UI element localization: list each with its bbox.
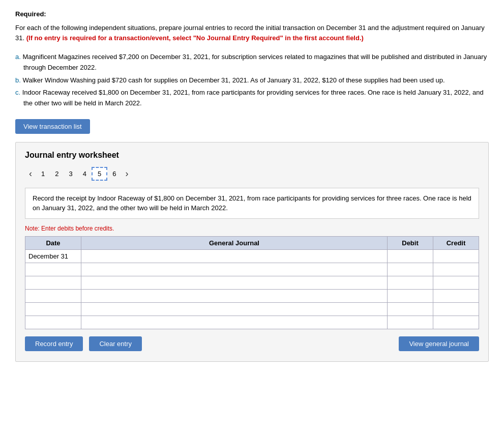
row5-debit-input[interactable]	[388, 303, 433, 316]
view-transaction-button[interactable]: View transaction list	[15, 119, 90, 134]
scenario-list: a. Magnificent Magazines received $7,200…	[15, 52, 489, 109]
prev-page-button[interactable]: ‹	[25, 168, 36, 179]
button-row: Record entry Clear entry View general jo…	[25, 336, 479, 351]
journal-table: Date General Journal Debit Credit Decemb…	[25, 236, 479, 329]
row1-debit-cell[interactable]	[388, 249, 433, 263]
header-general-journal: General Journal	[81, 236, 388, 249]
row6-date	[25, 316, 81, 329]
table-row	[25, 316, 479, 329]
page-5-button[interactable]: 5	[92, 167, 107, 181]
note-text: Note: Enter debits before credits.	[25, 225, 479, 232]
row2-debit-cell[interactable]	[388, 263, 433, 276]
row2-credit-cell[interactable]	[433, 263, 479, 276]
header-date: Date	[25, 236, 81, 249]
scenario-c: c. Indoor Raceway received $1,800 on Dec…	[15, 88, 489, 109]
page-3-button[interactable]: 3	[64, 168, 77, 180]
table-row: December 31	[25, 249, 479, 263]
row6-journal-input[interactable]	[81, 316, 387, 329]
instructions-text: For each of the following independent si…	[15, 23, 489, 43]
scenario-a: a. Magnificent Magazines received $7,200…	[15, 52, 489, 73]
table-row	[25, 263, 479, 276]
instructions-bold: (If no entry is required for a transacti…	[26, 34, 364, 42]
row6-debit-input[interactable]	[388, 316, 433, 329]
page-1-button[interactable]: 1	[36, 168, 50, 180]
row3-journal-cell[interactable]	[81, 276, 388, 289]
row3-debit-input[interactable]	[388, 276, 433, 289]
row4-journal-cell[interactable]	[81, 289, 388, 302]
row3-journal-input[interactable]	[81, 276, 387, 289]
header-debit: Debit	[388, 236, 433, 249]
row1-journal-cell[interactable]	[81, 249, 388, 263]
row4-credit-cell[interactable]	[433, 289, 479, 302]
table-row	[25, 276, 479, 289]
row4-debit-input[interactable]	[388, 290, 433, 302]
row6-credit-cell[interactable]	[433, 316, 479, 329]
row2-debit-input[interactable]	[388, 263, 433, 276]
row2-journal-cell[interactable]	[81, 263, 388, 276]
row3-date	[25, 276, 81, 289]
row2-date	[25, 263, 81, 276]
header-credit: Credit	[433, 236, 479, 249]
row6-debit-cell[interactable]	[388, 316, 433, 329]
table-row	[25, 289, 479, 302]
row2-credit-input[interactable]	[433, 263, 479, 276]
row4-credit-input[interactable]	[433, 290, 479, 302]
row2-journal-input[interactable]	[81, 263, 387, 276]
row1-credit-cell[interactable]	[433, 249, 479, 263]
row3-credit-cell[interactable]	[433, 276, 479, 289]
row4-date	[25, 289, 81, 302]
record-entry-button[interactable]: Record entry	[25, 336, 83, 351]
worksheet-title: Journal entry worksheet	[25, 151, 479, 160]
row3-credit-input[interactable]	[433, 276, 479, 289]
page-2-button[interactable]: 2	[50, 168, 64, 180]
row1-date: December 31	[25, 249, 81, 263]
row5-debit-cell[interactable]	[388, 302, 433, 316]
row4-journal-input[interactable]	[81, 290, 387, 302]
worksheet-container: Journal entry worksheet ‹ 1 2 3 4 5 6 › …	[15, 142, 489, 362]
row1-credit-input[interactable]	[433, 250, 479, 263]
clear-entry-button[interactable]: Clear entry	[89, 336, 142, 351]
row5-date	[25, 302, 81, 316]
required-label: Required:	[15, 10, 489, 18]
row5-credit-cell[interactable]	[433, 302, 479, 316]
next-page-button[interactable]: ›	[121, 168, 132, 179]
entry-description: Record the receipt by Indoor Raceway of …	[25, 188, 479, 219]
row6-journal-cell[interactable]	[81, 316, 388, 329]
row3-debit-cell[interactable]	[388, 276, 433, 289]
pagination: ‹ 1 2 3 4 5 6 ›	[25, 167, 479, 181]
table-row	[25, 302, 479, 316]
page-4-button[interactable]: 4	[78, 168, 92, 180]
row6-credit-input[interactable]	[433, 316, 479, 329]
row1-journal-input[interactable]	[81, 250, 387, 263]
page-6-button[interactable]: 6	[107, 168, 121, 180]
row1-debit-input[interactable]	[388, 250, 433, 263]
scenario-b: b. Walker Window Washing paid $720 cash …	[15, 75, 489, 86]
row5-journal-input[interactable]	[81, 303, 387, 316]
row4-debit-cell[interactable]	[388, 289, 433, 302]
view-general-journal-button[interactable]: View general journal	[399, 336, 479, 351]
row5-journal-cell[interactable]	[81, 302, 388, 316]
row5-credit-input[interactable]	[433, 303, 479, 316]
